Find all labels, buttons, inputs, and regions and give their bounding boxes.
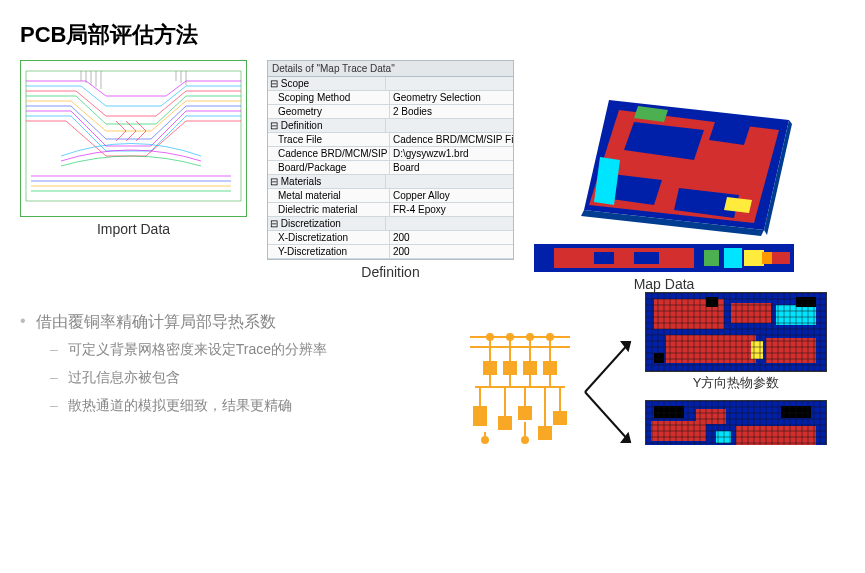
svg-rect-14	[594, 252, 614, 264]
definition-table-title: Details of "Map Trace Data"	[268, 61, 513, 77]
svg-rect-20	[772, 252, 790, 264]
svg-rect-27	[524, 362, 536, 374]
svg-rect-0	[21, 61, 246, 216]
bullet-dash-icon: –	[50, 341, 58, 359]
top-row: Import Data Details of "Map Trace Data" …	[20, 60, 845, 292]
svg-rect-32	[539, 427, 551, 439]
svg-rect-55	[654, 406, 684, 418]
bullet-dash-icon: –	[50, 369, 58, 387]
x-direction-heatmap-icon	[645, 400, 827, 445]
svg-point-21	[487, 334, 493, 340]
pcb-3d-heatmap-icon	[534, 60, 794, 240]
svg-point-22	[507, 334, 513, 340]
definition-table: Details of "Map Trace Data" ⊟ Scope Scop…	[267, 60, 514, 260]
svg-rect-44	[751, 341, 763, 359]
svg-rect-40	[731, 303, 771, 323]
split-arrows-icon	[580, 322, 640, 445]
bullets-block: • 借由覆铜率精确计算局部导热系数 – 可定义背景网格密度来设定Trace的分辨…	[20, 292, 460, 425]
bullet-sub-2: – 过孔信息亦被包含	[50, 369, 460, 387]
page-title: PCB局部评估方法	[20, 20, 845, 50]
pcb-layout-icon	[20, 60, 247, 217]
svg-rect-47	[654, 353, 664, 363]
svg-rect-30	[499, 417, 511, 429]
svg-rect-25	[484, 362, 496, 374]
bullet-main-text: 借由覆铜率精确计算局部导热系数	[36, 312, 276, 333]
svg-rect-26	[504, 362, 516, 374]
svg-rect-50	[696, 409, 726, 424]
heatmap-strip-icon	[534, 244, 794, 272]
svg-rect-46	[796, 297, 816, 307]
svg-point-24	[547, 334, 553, 340]
bullet-main: • 借由覆铜率精确计算局部导热系数	[20, 312, 460, 333]
svg-rect-29	[474, 407, 486, 425]
bullet-sub-1: – 可定义背景网格密度来设定Trace的分辨率	[50, 341, 460, 359]
y-direction-heatmap-icon	[645, 292, 827, 372]
svg-rect-18	[744, 250, 764, 266]
mapdata-figure: Map Data	[534, 60, 794, 292]
svg-point-23	[527, 334, 533, 340]
bullet-dash-icon: –	[50, 397, 58, 415]
svg-rect-13	[554, 248, 694, 268]
grid-maps: Y方向热物参数	[645, 292, 827, 445]
svg-rect-16	[704, 250, 719, 266]
bullet-sub-3: – 散热通道的模拟更细致，结果更精确	[50, 397, 460, 415]
y-direction-label: Y方向热物参数	[645, 374, 827, 392]
definition-caption: Definition	[361, 264, 419, 280]
mapdata-caption: Map Data	[634, 276, 695, 292]
svg-rect-31	[519, 407, 531, 419]
definition-figure: Details of "Map Trace Data" ⊟ Scope Scop…	[267, 60, 514, 280]
svg-rect-33	[554, 412, 566, 424]
bottom-row: • 借由覆铜率精确计算局部导热系数 – 可定义背景网格密度来设定Trace的分辨…	[20, 292, 845, 425]
svg-rect-28	[544, 362, 556, 374]
import-figure: Import Data	[20, 60, 247, 237]
svg-rect-15	[634, 252, 659, 264]
svg-rect-17	[724, 248, 742, 268]
import-caption: Import Data	[97, 221, 170, 237]
bullet-dot-icon: •	[20, 312, 26, 330]
circuit-schematic-icon	[460, 322, 580, 445]
